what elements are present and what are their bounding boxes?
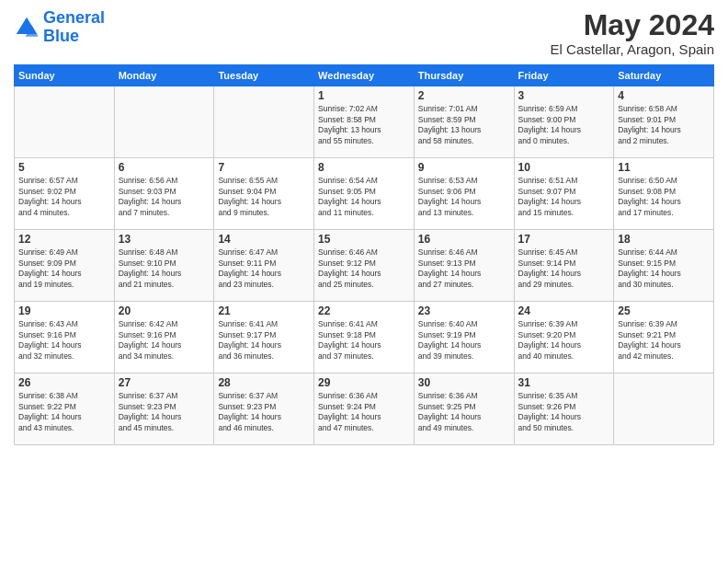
col-header-tuesday: Tuesday (214, 65, 314, 86)
calendar-cell: 4Sunrise: 6:58 AMSunset: 9:01 PMDaylight… (614, 86, 714, 158)
day-number: 11 (618, 161, 710, 174)
cell-info: Sunset: 9:04 PM (218, 187, 310, 197)
cell-info: and 0 minutes. (518, 136, 610, 146)
cell-info: Sunset: 9:16 PM (119, 330, 210, 340)
cell-info: Sunset: 9:08 PM (618, 187, 710, 197)
cell-info: and 2 minutes. (618, 136, 710, 146)
day-number: 14 (218, 233, 310, 246)
cell-info: Sunrise: 6:36 AM (318, 391, 410, 401)
cell-info: Daylight: 14 hours (518, 412, 610, 422)
cell-info: Daylight: 14 hours (218, 340, 310, 350)
day-number: 16 (418, 233, 510, 246)
calendar-cell: 23Sunrise: 6:40 AMSunset: 9:19 PMDayligh… (414, 302, 514, 373)
cell-info: and 17 minutes. (618, 208, 710, 218)
cell-info: Daylight: 14 hours (618, 197, 710, 207)
cell-info: Sunrise: 6:59 AM (518, 104, 610, 114)
cell-info: Daylight: 14 hours (318, 412, 410, 422)
calendar-cell: 18Sunrise: 6:44 AMSunset: 9:15 PMDayligh… (614, 230, 714, 302)
cell-info: Daylight: 14 hours (18, 269, 110, 279)
logo-line2: Blue (43, 27, 79, 45)
col-header-monday: Monday (114, 65, 214, 86)
day-number: 9 (418, 161, 510, 174)
cell-info: and 37 minutes. (318, 351, 410, 362)
header-row: SundayMondayTuesdayWednesdayThursdayFrid… (15, 65, 714, 86)
cell-info: Daylight: 14 hours (418, 412, 510, 422)
day-number: 18 (618, 233, 710, 246)
cell-info: Sunset: 9:20 PM (518, 330, 610, 340)
cell-info: Sunrise: 6:37 AM (218, 391, 310, 401)
cell-info: Sunset: 9:21 PM (618, 330, 710, 340)
calendar-subtitle: El Castellar, Aragon, Spain (551, 41, 714, 57)
calendar-table: SundayMondayTuesdayWednesdayThursdayFrid… (14, 64, 714, 445)
day-number: 10 (518, 161, 610, 174)
cell-info: Sunrise: 6:48 AM (119, 247, 210, 258)
calendar-cell: 11Sunrise: 6:50 AMSunset: 9:08 PMDayligh… (614, 158, 714, 230)
col-header-sunday: Sunday (15, 65, 115, 86)
calendar-cell: 19Sunrise: 6:43 AMSunset: 9:16 PMDayligh… (15, 302, 115, 373)
calendar-cell (114, 86, 214, 158)
calendar-cell: 24Sunrise: 6:39 AMSunset: 9:20 PMDayligh… (514, 302, 614, 373)
cell-info: Sunrise: 6:41 AM (218, 319, 310, 329)
col-header-wednesday: Wednesday (314, 65, 415, 86)
cell-info: Sunrise: 6:49 AM (18, 247, 110, 258)
cell-info: Sunset: 9:11 PM (218, 259, 310, 269)
cell-info: Daylight: 14 hours (618, 125, 710, 135)
calendar-cell: 21Sunrise: 6:41 AMSunset: 9:17 PMDayligh… (214, 302, 314, 373)
calendar-cell: 25Sunrise: 6:39 AMSunset: 9:21 PMDayligh… (614, 302, 714, 373)
col-header-friday: Friday (514, 65, 614, 86)
cell-info: Sunset: 9:16 PM (18, 330, 110, 340)
cell-info: Sunrise: 6:54 AM (318, 176, 410, 186)
cell-info: Sunrise: 6:58 AM (618, 104, 710, 114)
calendar-cell: 10Sunrise: 6:51 AMSunset: 9:07 PMDayligh… (514, 158, 614, 230)
calendar-title: May 2024 (551, 9, 714, 41)
cell-info: Sunset: 8:59 PM (418, 115, 510, 125)
calendar-cell: 27Sunrise: 6:37 AMSunset: 9:23 PMDayligh… (114, 373, 214, 445)
cell-info: Sunset: 9:23 PM (119, 402, 210, 412)
cell-info: Sunset: 9:19 PM (418, 330, 510, 340)
day-number: 19 (18, 304, 110, 317)
cell-info: Sunrise: 6:57 AM (18, 176, 110, 186)
cell-info: and 13 minutes. (418, 208, 510, 218)
cell-info: Sunset: 9:10 PM (119, 259, 210, 269)
calendar-cell: 8Sunrise: 6:54 AMSunset: 9:05 PMDaylight… (314, 158, 415, 230)
calendar-cell: 31Sunrise: 6:35 AMSunset: 9:26 PMDayligh… (514, 373, 614, 445)
page-header: General Blue May 2024 El Castellar, Arag… (14, 9, 714, 57)
calendar-cell: 1Sunrise: 7:02 AMSunset: 8:58 PMDaylight… (314, 86, 415, 158)
calendar-cell: 7Sunrise: 6:55 AMSunset: 9:04 PMDaylight… (214, 158, 314, 230)
cell-info: and 9 minutes. (218, 208, 310, 218)
cell-info: and 47 minutes. (318, 423, 410, 433)
cell-info: Sunrise: 7:02 AM (318, 104, 410, 114)
cell-info: Sunrise: 6:55 AM (218, 176, 310, 186)
week-row-2: 5Sunrise: 6:57 AMSunset: 9:02 PMDaylight… (15, 158, 714, 230)
cell-info: and 43 minutes. (18, 423, 110, 433)
cell-info: Daylight: 14 hours (119, 340, 210, 350)
cell-info: Daylight: 14 hours (518, 125, 610, 135)
calendar-cell: 30Sunrise: 6:36 AMSunset: 9:25 PMDayligh… (414, 373, 514, 445)
cell-info: Sunset: 9:09 PM (18, 259, 110, 269)
calendar-cell: 13Sunrise: 6:48 AMSunset: 9:10 PMDayligh… (114, 230, 214, 302)
week-row-1: 1Sunrise: 7:02 AMSunset: 8:58 PMDaylight… (15, 86, 714, 158)
cell-info: Sunrise: 6:35 AM (518, 391, 610, 401)
cell-info: and 39 minutes. (418, 351, 510, 362)
calendar-cell: 26Sunrise: 6:38 AMSunset: 9:22 PMDayligh… (15, 373, 115, 445)
week-row-4: 19Sunrise: 6:43 AMSunset: 9:16 PMDayligh… (15, 302, 714, 373)
day-number: 26 (18, 376, 110, 389)
cell-info: Sunrise: 7:01 AM (418, 104, 510, 114)
calendar-page: General Blue May 2024 El Castellar, Arag… (0, 0, 728, 563)
calendar-cell: 6Sunrise: 6:56 AMSunset: 9:03 PMDaylight… (114, 158, 214, 230)
calendar-cell: 22Sunrise: 6:41 AMSunset: 9:18 PMDayligh… (314, 302, 415, 373)
day-number: 5 (18, 161, 110, 174)
calendar-cell: 20Sunrise: 6:42 AMSunset: 9:16 PMDayligh… (114, 302, 214, 373)
day-number: 4 (618, 89, 710, 102)
day-number: 12 (18, 233, 110, 246)
cell-info: Daylight: 14 hours (218, 197, 310, 207)
cell-info: Sunset: 9:14 PM (518, 259, 610, 269)
cell-info: Sunrise: 6:36 AM (418, 391, 510, 401)
week-row-5: 26Sunrise: 6:38 AMSunset: 9:22 PMDayligh… (15, 373, 714, 445)
cell-info: and 15 minutes. (518, 208, 610, 218)
cell-info: Daylight: 14 hours (418, 340, 510, 350)
cell-info: and 34 minutes. (119, 351, 210, 362)
col-header-saturday: Saturday (614, 65, 714, 86)
cell-info: and 55 minutes. (318, 136, 410, 146)
cell-info: and 30 minutes. (618, 280, 710, 290)
